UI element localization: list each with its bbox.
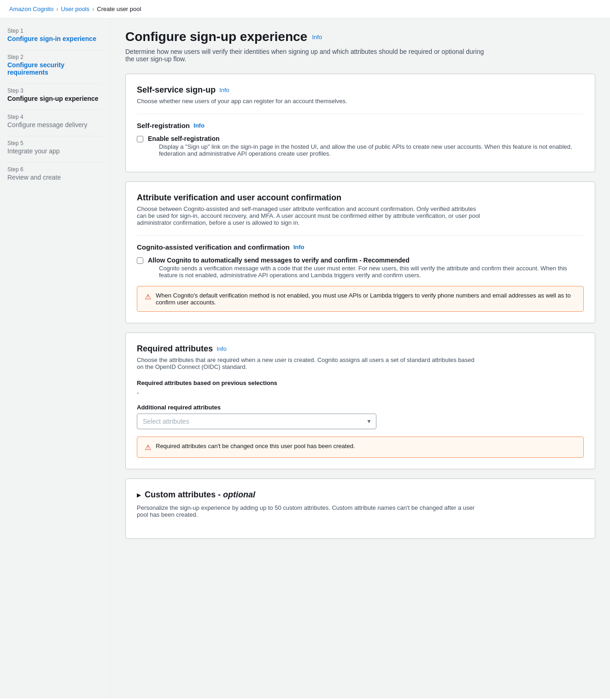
self-service-header: Self-service sign-up Info bbox=[137, 85, 584, 95]
breadcrumb: Amazon Cognito › User pools › Create use… bbox=[0, 0, 610, 18]
breadcrumb-sep-1: › bbox=[56, 6, 58, 12]
attr-verification-header: Attribute verification and user account … bbox=[137, 193, 584, 203]
self-reg-label[interactable]: Enable self-registration bbox=[148, 135, 220, 142]
cognito-verification-checkbox[interactable] bbox=[137, 257, 143, 264]
custom-attrs-card: ▶ Custom attributes - optional Personali… bbox=[125, 478, 595, 539]
required-attrs-header: Required attributes Info bbox=[137, 344, 584, 354]
required-attrs-warning-box: ⚠ Required attributes can't be changed o… bbox=[137, 437, 584, 458]
required-attrs-desc: Choose the attributes that are required … bbox=[137, 356, 482, 370]
step4-label: Step 4 bbox=[7, 114, 103, 120]
sidebar-item-step2[interactable]: Step 2 Configure security requirements bbox=[7, 54, 103, 84]
divider-1 bbox=[137, 114, 584, 114]
step5-title: Integrate your app bbox=[7, 147, 103, 155]
sidebar: Step 1 Configure sign-in experience Step… bbox=[0, 18, 111, 698]
footer: Cancel Previous Next bbox=[0, 698, 610, 700]
attr-verification-title: Attribute verification and user account … bbox=[137, 193, 341, 203]
sidebar-item-step1[interactable]: Step 1 Configure sign-in experience bbox=[7, 28, 103, 50]
cognito-verify-label[interactable]: Allow Cognito to automatically send mess… bbox=[148, 257, 410, 264]
page-info-link[interactable]: Info bbox=[312, 34, 322, 41]
custom-attrs-desc: Personalize the sign-up experience by ad… bbox=[137, 504, 482, 518]
self-reg-label-area: Enable self-registration Display a "Sign… bbox=[148, 135, 584, 157]
required-attrs-info-link[interactable]: Info bbox=[217, 345, 227, 352]
cognito-label-area: Allow Cognito to automatically send mess… bbox=[148, 257, 584, 279]
breadcrumb-cognito[interactable]: Amazon Cognito bbox=[9, 6, 53, 12]
sidebar-item-step4[interactable]: Step 4 Configure message delivery bbox=[7, 114, 103, 136]
required-attrs-warning-text: Required attributes can't be changed onc… bbox=[156, 443, 355, 449]
page-title: Configure sign-up experience bbox=[125, 29, 307, 44]
step3-title: Configure sign-up experience bbox=[7, 95, 103, 102]
step3-label: Step 3 bbox=[7, 88, 103, 94]
cognito-verify-desc: Cognito sends a verification message wit… bbox=[159, 265, 584, 279]
breadcrumb-user-pools[interactable]: User pools bbox=[61, 6, 89, 12]
attr-verification-card: Attribute verification and user account … bbox=[125, 181, 595, 323]
cognito-warning-box: ⚠ When Cognito's default verification me… bbox=[137, 286, 584, 312]
cognito-checkbox-row: Allow Cognito to automatically send mess… bbox=[137, 257, 584, 279]
step2-label: Step 2 bbox=[7, 54, 103, 60]
custom-attrs-header[interactable]: ▶ Custom attributes - optional bbox=[137, 490, 584, 500]
breadcrumb-current: Create user pool bbox=[97, 6, 141, 12]
sidebar-item-step3[interactable]: Step 3 Configure sign-up experience bbox=[7, 88, 103, 110]
warning-icon: ⚠ bbox=[145, 292, 151, 301]
sidebar-item-step6[interactable]: Step 6 Review and create bbox=[7, 166, 103, 188]
self-service-title: Self-service sign-up bbox=[137, 85, 216, 95]
select-attributes[interactable]: Select attributes bbox=[137, 414, 376, 429]
self-reg-subtitle: Self-registration Info bbox=[137, 122, 584, 129]
step6-label: Step 6 bbox=[7, 166, 103, 173]
self-service-info-link[interactable]: Info bbox=[219, 87, 229, 93]
divider-2 bbox=[137, 235, 584, 236]
based-on-label: Required attributes based on previous se… bbox=[137, 379, 584, 386]
breadcrumb-sep-2: › bbox=[92, 6, 94, 12]
cognito-warning-text: When Cognito's default verification meth… bbox=[156, 292, 576, 306]
sidebar-item-step5[interactable]: Step 5 Integrate your app bbox=[7, 140, 103, 163]
step2-title: Configure security requirements bbox=[7, 61, 103, 76]
self-reg-info-link[interactable]: Info bbox=[194, 122, 205, 129]
required-attrs-card: Required attributes Info Choose the attr… bbox=[125, 332, 595, 469]
required-attrs-warning-icon: ⚠ bbox=[145, 443, 151, 452]
step6-title: Review and create bbox=[7, 174, 103, 181]
additional-label: Additional required attributes bbox=[137, 404, 584, 411]
self-registration-checkbox[interactable] bbox=[137, 136, 143, 142]
step1-label: Step 1 bbox=[7, 28, 103, 34]
attr-verification-desc: Choose between Cognito-assisted and self… bbox=[137, 205, 482, 226]
collapse-icon: ▶ bbox=[137, 492, 141, 498]
self-reg-checkbox-row: Enable self-registration Display a "Sign… bbox=[137, 135, 584, 157]
self-reg-desc: Display a "Sign up" link on the sign-in … bbox=[159, 143, 584, 157]
self-service-desc: Choose whether new users of your app can… bbox=[137, 98, 482, 105]
self-service-card: Self-service sign-up Info Choose whether… bbox=[125, 74, 595, 172]
step1-title: Configure sign-in experience bbox=[7, 35, 103, 42]
step4-title: Configure message delivery bbox=[7, 121, 103, 128]
page-title-area: Configure sign-up experience Info bbox=[125, 29, 595, 44]
cognito-info-link[interactable]: Info bbox=[293, 244, 305, 251]
main-content: Configure sign-up experience Info Determ… bbox=[111, 18, 610, 698]
page-description: Determine how new users will verify thei… bbox=[125, 48, 485, 63]
select-attrs-wrapper: Select attributes ▼ bbox=[137, 414, 376, 429]
cognito-assisted-subtitle: Cognito-assisted verification and confir… bbox=[137, 243, 584, 251]
required-attrs-title: Required attributes bbox=[137, 344, 213, 354]
custom-attrs-title: Custom attributes - optional bbox=[145, 490, 255, 500]
step5-label: Step 5 bbox=[7, 140, 103, 146]
based-on-value: - bbox=[137, 389, 584, 397]
